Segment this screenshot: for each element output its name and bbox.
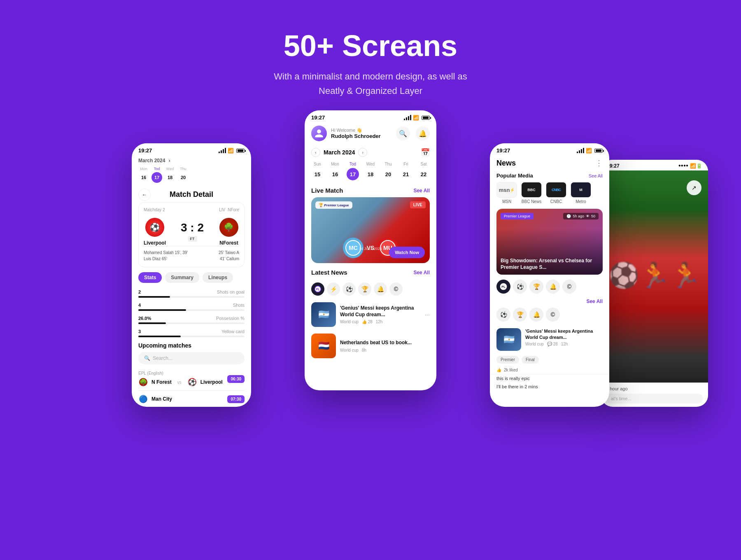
cal-next[interactable]: › [358, 148, 367, 157]
tab-cat5[interactable]: 🔔 [374, 282, 387, 296]
liked-row: 👍 2k liked [490, 366, 609, 374]
rcat2-3[interactable]: 🔔 [529, 308, 543, 322]
rcat-5[interactable]: © [562, 280, 576, 294]
battery-icon [236, 149, 245, 153]
tab-pl[interactable]: PL [311, 282, 324, 296]
sched-cal-header: March 2024 › [138, 158, 245, 163]
right-see-all: See All [490, 297, 609, 306]
media-metro[interactable]: M Metro [571, 182, 591, 204]
cal-day-wed[interactable]: Wed 18 [364, 162, 377, 180]
live-match-header: Live Match See All [305, 185, 436, 197]
rcat-3[interactable]: 🏆 [529, 280, 543, 294]
news-page-header: News ⋮ [490, 155, 609, 171]
comment-area[interactable]: at's time... [606, 394, 703, 404]
search-button[interactable]: 🔍 [396, 126, 410, 140]
home-header: Hi Welcome 👋 Rudolph Schroeder 🔍 🔔 [305, 122, 436, 146]
sched-day-mon[interactable]: Mon 16 [138, 167, 149, 183]
featured-card[interactable]: Premier League 🕐 5h ago 👁 50 Big Showdow… [496, 209, 603, 275]
cal-day-fri[interactable]: Fri 21 [400, 162, 412, 180]
rcat2-2[interactable]: 🏆 [513, 308, 527, 322]
team2-col: 🌳 NForest [219, 217, 239, 246]
right-news-1[interactable]: 🇦🇷 'Genius' Messi keeps Argentina World … [490, 325, 609, 354]
tag-premier[interactable]: Premier [496, 356, 519, 364]
rcat-4[interactable]: 🔔 [546, 280, 560, 294]
phone-center: 19:27 📶 Hi Welcome 👋 Rudolph Schr [305, 110, 436, 390]
cal-day-thu[interactable]: Thu 20 [382, 162, 394, 180]
tab-cat3[interactable]: ⚽ [343, 282, 356, 296]
screens-container: 19:27 📶 March 2024 › Mon 16 T [0, 110, 741, 502]
right-news-info-1: 'Genius' Messi keeps Argentina World Cup… [525, 328, 603, 351]
right-news-cats: PL ⚽ 🏆 🔔 © [490, 278, 609, 297]
rcat-1[interactable]: PL [496, 280, 510, 294]
scorers: Mohamed Salah 15', 39' 25' Taiwo A Luis … [144, 246, 239, 262]
sched-day-wed[interactable]: Wed 18 [165, 167, 175, 183]
match-detail-title: Match Detail [170, 190, 213, 199]
lfc-crest: ⚽ [144, 217, 165, 238]
status-icons-center: 📶 [404, 115, 430, 121]
cal-prev[interactable]: ‹ [311, 148, 320, 157]
rcat-2[interactable]: ⚽ [513, 280, 527, 294]
status-bar-left: 19:27 📶 [132, 143, 251, 155]
live-see-all[interactable]: See All [413, 188, 430, 194]
latest-see-all[interactable]: See All [413, 270, 430, 275]
rcat2-1[interactable]: ⚽ [496, 308, 510, 322]
right-news-thumb-1: 🇦🇷 [496, 328, 521, 351]
user-info: Hi Welcome 👋 Rudolph Schroeder [311, 126, 381, 141]
media-cnbc[interactable]: CNBC CNBC [546, 182, 566, 204]
cal-day-sun[interactable]: Sun 15 [311, 162, 324, 180]
match-card: Matchday 2 LIV NFore ⚽ Liverpool 3 : 2 F… [138, 202, 245, 267]
popular-see-all[interactable]: See All [589, 173, 603, 178]
rcat2-4[interactable]: © [546, 308, 560, 322]
tag-final[interactable]: Final [522, 356, 539, 364]
tab-stats[interactable]: Stats [138, 272, 162, 283]
scorer-diaz: Luis Diaz 65' [144, 257, 167, 261]
media-msn[interactable]: msn ⚡ MSN [496, 182, 517, 204]
search-bar[interactable]: 🔍 Search... [138, 352, 245, 364]
tab-lineups[interactable]: Lineups [203, 272, 233, 283]
sched-days-row: Mon 16 Tod 17 Wed 18 Thu 20 [138, 167, 245, 183]
phone-right: 19:27 📶 News ⋮ Popular Media See All msn [490, 143, 609, 407]
match-tabs: Stats Summary Lineups [132, 272, 251, 287]
ft-badge: FT [188, 236, 197, 242]
score-col: 3 : 2 FT [181, 221, 204, 242]
watch-now-btn[interactable]: Watch Now [389, 247, 425, 258]
tab-summary[interactable]: Summary [165, 272, 199, 283]
popular-media-header: Popular Media See All [490, 171, 609, 182]
news-tabs: PL ⚡ ⚽ 🏆 🔔 © [305, 279, 436, 299]
sched-day-thu[interactable]: Thu 20 [178, 167, 189, 183]
more-dots[interactable]: ⋮ [595, 159, 603, 168]
sched-day-tod[interactable]: Tod 17 [151, 167, 162, 183]
news-item-2[interactable]: 🇳🇱 Netherlands beat US to book... World … [305, 330, 436, 362]
avatar [311, 126, 327, 141]
tab-cat2[interactable]: ⚡ [327, 282, 340, 296]
phone-far-right: ⚽🏃🏃 19:27 ●●●● 📶🔋 ↗ 💬 2.3K 1 hour a [601, 160, 708, 407]
lfc-fixture-crest: ⚽ [187, 377, 197, 387]
share-button[interactable]: ↗ [687, 180, 701, 195]
battery-r [594, 149, 603, 153]
mancity-fixture-crest: 🔵 [138, 394, 148, 404]
team2-name: NForest [219, 240, 238, 246]
cal-day-tod[interactable]: Tod 17 [347, 162, 359, 180]
team1-name: Liverpool [144, 240, 166, 246]
news-meta-2: World cup 8h [340, 348, 430, 352]
featured-title: Big Showdown: Arsenal vs Chelsea for Pre… [501, 258, 599, 271]
stat-possession: 26.0% Possession % [132, 313, 251, 327]
notifications-button[interactable]: 🔔 [416, 126, 430, 140]
news-item-1[interactable]: 🇦🇷 'Genius' Messi keeps Argentina World … [305, 299, 436, 330]
premier-logo: 🏆 Premier League [315, 201, 352, 209]
tab-cat4[interactable]: 🏆 [358, 282, 371, 296]
media-bbc[interactable]: BBC BBC News [521, 182, 542, 204]
page-title: 50+ Screans [8, 29, 733, 63]
cal-grid-icon[interactable]: 📅 [421, 148, 430, 157]
cal-day-sat[interactable]: Sat 22 [417, 162, 430, 180]
news-title-1: 'Genius' Messi keeps Argentina World Cup… [340, 305, 421, 318]
cal-day-mon[interactable]: Mon 16 [329, 162, 341, 180]
news-title-main: News [496, 159, 516, 168]
back-button[interactable]: ← [138, 189, 151, 201]
team2-abbr: NFore [228, 208, 239, 212]
tab-cat6[interactable]: © [389, 282, 403, 296]
stat-shots: 4 Shots [132, 300, 251, 313]
matchday-label: Matchday 2 [144, 208, 165, 212]
right-comment2: I'll be there in 2 mins [490, 383, 609, 391]
right-comment: this is really epic [490, 374, 609, 383]
